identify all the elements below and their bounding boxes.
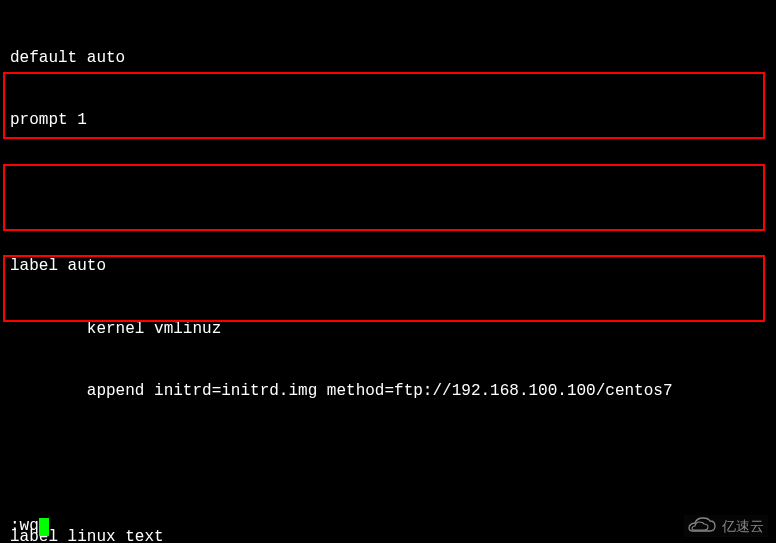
- blank-line: [10, 173, 766, 194]
- config-append: append initrd=initrd.img method=ftp://19…: [10, 381, 766, 402]
- config-line: prompt 1: [10, 110, 766, 131]
- config-line: default auto: [10, 48, 766, 69]
- config-label: label auto: [10, 256, 766, 277]
- terminal-editor[interactable]: default auto prompt 1 label auto kernel …: [0, 0, 776, 543]
- cursor-icon: [39, 518, 49, 536]
- vim-command-line[interactable]: :wq: [10, 516, 49, 537]
- watermark: 亿速云: [684, 515, 768, 537]
- cloud-icon: [688, 517, 716, 535]
- blank-line: [10, 444, 766, 465]
- config-kernel: kernel vmlinuz: [10, 319, 766, 340]
- vim-command-text: :wq: [10, 516, 39, 537]
- watermark-text: 亿速云: [722, 517, 764, 535]
- config-label: label linux text: [10, 527, 766, 543]
